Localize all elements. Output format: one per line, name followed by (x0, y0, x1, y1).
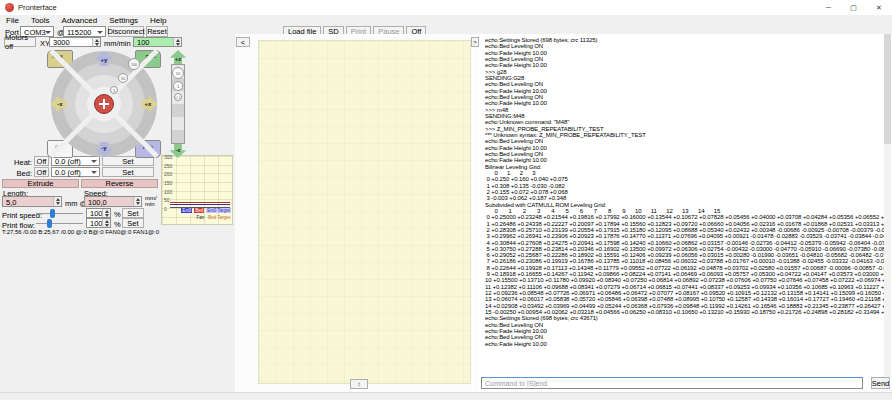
log-line: 7 +0.26186 +0.23086 +0.19919 +0.16786 +0… (485, 258, 884, 264)
menu-item[interactable]: Tools (25, 15, 56, 26)
z-step-label: 0.1 (174, 93, 182, 101)
send-button[interactable]: Send (871, 377, 890, 389)
extrude-length-value: 5,0 (6, 197, 16, 206)
spinner-arrows (102, 219, 110, 227)
spin-down-button[interactable] (103, 213, 110, 217)
jog-plus-z-button[interactable]: +z (169, 50, 187, 64)
app-icon (5, 3, 14, 12)
print-speed-set-button[interactable]: Set (122, 208, 144, 218)
temperature-graph: 300250200150100500 Ext0BedExt0 Target Fa… (161, 155, 233, 225)
temperature-status: T:27,56 /0.00 B:25,67 /0.00 @:0 B@:0 FAN… (2, 229, 159, 235)
bed-label: Bed: (0, 169, 32, 178)
log-line: 3 +0.29962 +0.26941 +0.23906 +0.20923 +0… (485, 233, 884, 239)
z-feedrate-field[interactable]: 100 (133, 37, 182, 47)
scrollbar-thumb[interactable] (884, 34, 891, 144)
chevron-down-icon (91, 160, 97, 163)
log-line: 4 +0.30844 +0.27608 +0.24275 +0.20941 +0… (485, 240, 884, 246)
z-jog-strip: +z -z 1010.1 (168, 50, 188, 158)
xy-step-label: 1 (110, 86, 118, 94)
legend-item: Ext0 Target (206, 208, 231, 213)
bed-set-button[interactable]: Set (102, 167, 154, 177)
heat-label: Heat: (0, 158, 32, 167)
spin-down-button[interactable] (134, 202, 141, 207)
jog-center-knob[interactable] (94, 94, 114, 114)
menu-item[interactable]: Help (144, 15, 172, 26)
print-flow-field[interactable]: 100 (86, 218, 111, 228)
graph-y-tick: 0 (164, 206, 172, 212)
xy-feedrate-field[interactable]: 3000 (49, 37, 101, 47)
menu-item[interactable]: Settings (103, 15, 144, 26)
graph-y-ticks: 300250200150100500 (164, 154, 172, 212)
xy-step-label: 100 (128, 58, 140, 70)
bed-temp-select[interactable]: 0.0 (off) (51, 167, 100, 177)
z-step-label: 1 (173, 81, 183, 91)
log-scrollbar[interactable] (884, 34, 891, 377)
graph-y-tick: 200 (164, 171, 172, 177)
menu-item[interactable]: Advanced (56, 15, 104, 26)
z-feedrate-value: 100 (137, 38, 150, 47)
graph-y-tick: 300 (164, 154, 172, 160)
gcode-canvas[interactable] (258, 40, 471, 384)
gcode-viewer-panel: < ↕ > (235, 34, 479, 392)
graph-legend-row2: FanBed Target (196, 215, 231, 220)
log-output: echo:Settings Stored (698 bytes; crc 113… (485, 37, 884, 377)
spin-down-button[interactable] (174, 42, 181, 46)
print-flow-value: 100 (90, 219, 103, 228)
extrude-button[interactable]: Extrude (2, 179, 79, 188)
command-input[interactable] (481, 377, 863, 389)
print-speed-slider[interactable] (36, 209, 83, 218)
minimize-button[interactable]: ─ (816, 0, 841, 15)
print-flow-set-button[interactable]: Set (122, 218, 144, 228)
legend-item: Bed (194, 208, 204, 213)
legend-item: Bed Target (207, 215, 231, 220)
heat-off-button[interactable]: Off (34, 156, 49, 166)
spin-down-button[interactable] (54, 202, 61, 207)
collapse-right-button[interactable]: > (471, 37, 479, 47)
print-speed-value: 100 (90, 209, 103, 218)
reset-button[interactable]: Reset (146, 26, 168, 37)
slider-track (36, 223, 83, 224)
jog-pad: ⌂x z⌂ ⌂ y⌂ +y -y -x +x 100101 (50, 50, 158, 158)
legend-item: Fan (196, 215, 206, 220)
viewer-toggle-button[interactable]: ↕ (350, 379, 368, 389)
graph-y-tick: 50 (164, 197, 172, 203)
menubar: FileToolsAdvancedSettingsHelp (0, 15, 892, 26)
extrude-length-field[interactable]: 5,0 (2, 196, 62, 207)
print-speed-field[interactable]: 100 (86, 208, 111, 218)
z-step-label: 10 (172, 67, 184, 79)
graph-y-tick: 250 (164, 163, 172, 169)
maximize-button[interactable]: ▢ (841, 0, 866, 15)
log-line: 10 +0.15500 +0.13710 +0.11780 +0.09920 +… (485, 277, 884, 283)
percent-label: % (114, 210, 121, 219)
baud-value: 115200 (67, 27, 91, 36)
baud-select[interactable]: 115200 (63, 26, 106, 37)
disconnect-button[interactable]: Disconnect (108, 26, 144, 37)
spinner-arrows (53, 197, 61, 206)
collapse-left-button[interactable]: < (236, 37, 250, 47)
close-button[interactable]: ✕ (866, 0, 892, 15)
xy-feedrate-value: 3000 (53, 38, 70, 47)
window-title: Pronterface (18, 3, 57, 12)
spinner-arrows (173, 38, 181, 46)
print-flow-slider[interactable] (36, 219, 83, 228)
extrude-speed-value: 100,0 (88, 197, 107, 206)
bed-temp-line (170, 202, 230, 203)
reverse-button[interactable]: Reverse (81, 179, 158, 188)
window-bottom-strip (0, 392, 892, 400)
graph-y-tick: 100 (164, 189, 172, 195)
spin-down-button[interactable] (93, 42, 100, 46)
log-line: echo:Fade Height 10.00 (485, 341, 884, 347)
titlebar: Pronterface ─ ▢ ✕ (0, 0, 892, 16)
bed-off-button[interactable]: Off (34, 167, 49, 177)
slider-track (36, 213, 83, 214)
slider-handle[interactable] (50, 209, 55, 218)
mm-min-unit-label: mm/min (145, 195, 159, 207)
chevron-down-icon (91, 171, 97, 174)
menu-item[interactable]: File (0, 15, 25, 26)
motors-off-button[interactable]: Motors off (4, 37, 36, 47)
slider-handle[interactable] (47, 219, 52, 228)
extrude-speed-field[interactable]: 100,0 (84, 196, 142, 207)
spinner-arrows (133, 197, 141, 206)
spin-down-button[interactable] (103, 223, 110, 227)
graph-y-tick: 150 (164, 180, 172, 186)
